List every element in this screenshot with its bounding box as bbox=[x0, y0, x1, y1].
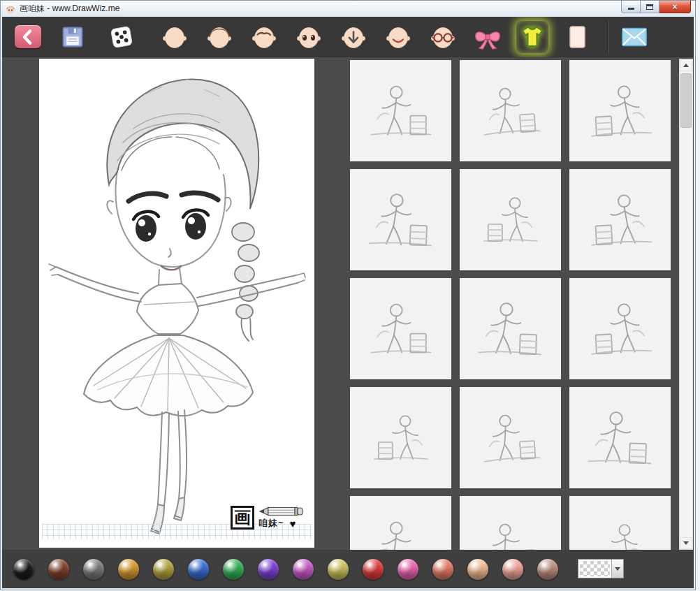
color-swatch[interactable] bbox=[13, 559, 34, 580]
pose-sketch-icon bbox=[472, 72, 549, 149]
category-face-button[interactable] bbox=[159, 21, 191, 53]
arrow-down-icon bbox=[683, 541, 689, 545]
app-icon bbox=[5, 3, 16, 15]
category-clothes-button[interactable] bbox=[516, 21, 548, 53]
app-window: 画咱妹 - www.DrawWiz.me × bbox=[0, 0, 696, 590]
back-button[interactable] bbox=[15, 25, 41, 48]
pose-thumbnail[interactable] bbox=[460, 387, 561, 488]
color-swatch[interactable] bbox=[153, 559, 174, 580]
category-bow-button[interactable] bbox=[472, 21, 504, 53]
toolbar bbox=[2, 17, 694, 57]
pose-sketch-icon bbox=[468, 286, 552, 370]
minimize-button[interactable] bbox=[621, 1, 641, 13]
color-swatch[interactable] bbox=[363, 559, 384, 580]
category-mouth-button[interactable] bbox=[382, 21, 414, 53]
blank-face-icon bbox=[159, 22, 190, 52]
pose-sketch-icon bbox=[579, 70, 662, 152]
pose-thumbnail[interactable] bbox=[569, 496, 671, 550]
floppy-disk-icon bbox=[60, 24, 85, 50]
gallery-scrollbar[interactable] bbox=[679, 59, 693, 550]
category-background-button[interactable] bbox=[561, 21, 593, 53]
category-eyes-button[interactable] bbox=[293, 21, 325, 53]
scroll-down-button[interactable] bbox=[680, 537, 692, 549]
pose-thumbnail[interactable] bbox=[569, 60, 671, 161]
color-swatch[interactable] bbox=[118, 559, 139, 580]
dropdown-arrow-icon bbox=[615, 567, 620, 571]
scroll-up-button[interactable] bbox=[680, 59, 692, 71]
pose-sketch-icon bbox=[585, 511, 655, 550]
pose-sketch-icon bbox=[362, 508, 440, 551]
pose-thumbnail[interactable] bbox=[350, 278, 451, 379]
pose-thumbnail[interactable] bbox=[350, 60, 451, 161]
color-swatch[interactable] bbox=[328, 559, 349, 580]
category-nose-button[interactable] bbox=[337, 21, 370, 53]
maximize-icon bbox=[646, 4, 653, 10]
pose-sketch-icon bbox=[362, 290, 440, 368]
pose-thumbnail[interactable] bbox=[460, 169, 561, 270]
color-swatch[interactable] bbox=[537, 559, 558, 580]
envelope-icon bbox=[620, 22, 649, 52]
pose-thumbnail[interactable] bbox=[350, 496, 451, 550]
color-swatch[interactable] bbox=[188, 559, 209, 580]
pose-gallery bbox=[350, 60, 671, 550]
t-shirt-icon bbox=[517, 22, 548, 52]
color-swatch[interactable] bbox=[48, 559, 69, 580]
scrollbar-thumb[interactable] bbox=[680, 73, 692, 128]
color-swatch[interactable] bbox=[502, 559, 523, 580]
pose-thumbnail[interactable] bbox=[350, 387, 451, 488]
arrow-up-icon bbox=[683, 64, 689, 67]
color-swatch[interactable] bbox=[467, 559, 488, 580]
pose-thumbnail[interactable] bbox=[569, 387, 671, 488]
character-preview-canvas: 画 咱妹~ ♥ bbox=[39, 59, 314, 548]
category-glasses-button[interactable] bbox=[427, 21, 459, 53]
color-swatch[interactable] bbox=[293, 559, 314, 580]
pose-thumbnail[interactable] bbox=[460, 496, 561, 550]
dropdown-arrow-button[interactable] bbox=[611, 560, 623, 578]
pose-sketch-icon bbox=[579, 288, 662, 370]
ballerina-sketch bbox=[39, 59, 314, 548]
color-swatch[interactable] bbox=[432, 559, 453, 580]
random-dice-button[interactable] bbox=[107, 22, 136, 52]
color-swatch[interactable] bbox=[83, 559, 104, 580]
pencil-icon bbox=[258, 506, 305, 517]
maximize-button[interactable] bbox=[641, 1, 659, 13]
mouth-icon bbox=[383, 22, 414, 52]
transparent-pattern-swatch bbox=[580, 561, 610, 576]
logo-text: 咱妹~ bbox=[258, 517, 284, 530]
category-hair-button[interactable] bbox=[203, 21, 235, 53]
pose-thumbnail[interactable] bbox=[350, 169, 451, 270]
share-mail-button[interactable] bbox=[620, 22, 649, 52]
color-swatch[interactable] bbox=[223, 559, 244, 580]
glasses-icon bbox=[428, 22, 458, 52]
pose-thumbnail[interactable] bbox=[460, 60, 561, 161]
close-button[interactable]: × bbox=[659, 1, 691, 13]
window-title: 画咱妹 - www.DrawWiz.me bbox=[20, 3, 119, 15]
pose-thumbnail[interactable] bbox=[569, 169, 671, 270]
back-arrow-icon bbox=[17, 27, 38, 48]
titlebar[interactable]: 画咱妹 - www.DrawWiz.me × bbox=[1, 1, 695, 17]
client-area: 画 咱妹~ ♥ bbox=[2, 17, 694, 588]
eyes-icon bbox=[293, 22, 324, 52]
background-pattern-dropdown[interactable] bbox=[578, 559, 624, 578]
logo-box: 画 bbox=[231, 506, 254, 530]
category-eyebrows-button[interactable] bbox=[248, 21, 280, 53]
bow-ribbon-icon bbox=[472, 22, 503, 52]
pose-sketch-icon bbox=[472, 399, 549, 476]
pose-sketch-icon bbox=[475, 184, 546, 255]
drawwiz-watermark: 画 咱妹~ ♥ bbox=[231, 506, 305, 530]
color-palette-bar bbox=[2, 550, 694, 588]
toolbar-separator bbox=[607, 20, 608, 54]
save-button[interactable] bbox=[59, 24, 86, 50]
hair-icon bbox=[204, 22, 235, 52]
color-swatch[interactable] bbox=[398, 559, 418, 580]
pose-thumbnail[interactable] bbox=[460, 278, 561, 379]
minimize-icon bbox=[628, 8, 634, 10]
color-swatch[interactable] bbox=[258, 559, 279, 580]
pose-sketch-icon bbox=[358, 177, 442, 261]
dice-icon bbox=[107, 22, 136, 52]
pose-sketch-icon bbox=[365, 402, 436, 473]
pose-sketch-icon bbox=[579, 179, 662, 261]
pose-sketch-icon bbox=[362, 72, 440, 150]
pose-thumbnail[interactable] bbox=[569, 278, 671, 379]
heart-icon: ♥ bbox=[290, 518, 296, 530]
